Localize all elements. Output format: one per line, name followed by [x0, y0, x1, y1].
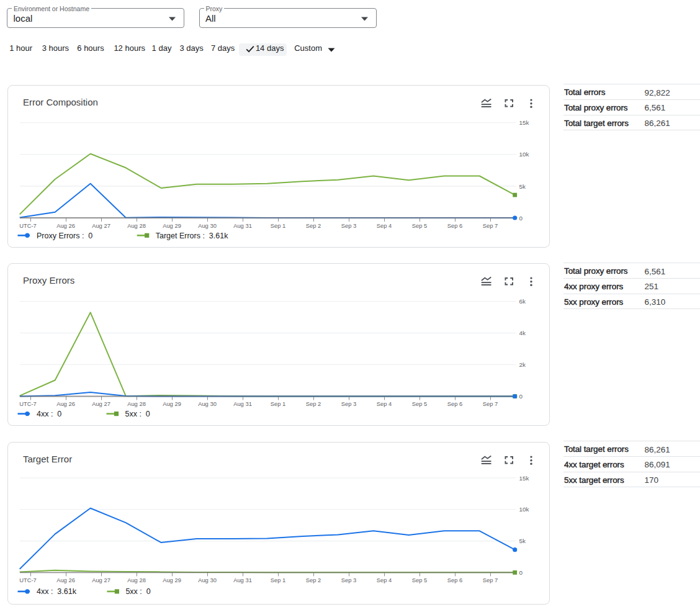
svg-text:5xx : 0: 5xx : 0 — [125, 410, 150, 418]
svg-text:Aug 28: Aug 28 — [127, 577, 146, 583]
svg-text:Sep 1: Sep 1 — [271, 577, 286, 583]
svg-text:2k: 2k — [519, 361, 526, 368]
svg-text:Sep 5: Sep 5 — [412, 577, 428, 583]
svg-text:Sep 6: Sep 6 — [447, 577, 463, 583]
svg-text:4k: 4k — [519, 330, 526, 336]
svg-text:Sep 7: Sep 7 — [483, 577, 498, 583]
svg-text:Sep 6: Sep 6 — [447, 222, 463, 229]
svg-text:Aug 30: Aug 30 — [198, 400, 217, 407]
svg-text:Aug 28: Aug 28 — [127, 400, 146, 407]
svg-text:Sep 4: Sep 4 — [377, 577, 392, 583]
svg-text:Aug 30: Aug 30 — [198, 222, 217, 229]
svg-text:Aug 29: Aug 29 — [163, 577, 181, 583]
svg-text:UTC-7: UTC-7 — [19, 400, 37, 407]
svg-text:0: 0 — [519, 393, 523, 400]
svg-text:Sep 4: Sep 4 — [377, 400, 392, 407]
svg-text:Aug 31: Aug 31 — [233, 400, 252, 407]
svg-text:Aug 29: Aug 29 — [163, 222, 181, 229]
svg-text:Aug 27: Aug 27 — [92, 222, 110, 229]
svg-text:Proxy Errors : 0: Proxy Errors : 0 — [37, 232, 92, 240]
svg-text:Sep 1: Sep 1 — [271, 400, 286, 407]
svg-text:5k: 5k — [519, 538, 526, 544]
svg-text:4xx : 0: 4xx : 0 — [37, 410, 61, 418]
svg-text:Sep 7: Sep 7 — [483, 400, 498, 407]
svg-text:Aug 28: Aug 28 — [127, 222, 146, 229]
svg-text:Aug 26: Aug 26 — [56, 400, 75, 407]
svg-text:Aug 26: Aug 26 — [56, 222, 75, 229]
svg-text:Sep 3: Sep 3 — [341, 577, 357, 583]
svg-text:Aug 31: Aug 31 — [233, 577, 252, 583]
svg-text:Aug 29: Aug 29 — [163, 400, 181, 407]
svg-text:Sep 1: Sep 1 — [271, 222, 286, 229]
svg-text:Sep 2: Sep 2 — [306, 222, 321, 229]
svg-text:Target Errors : 3.61k: Target Errors : 3.61k — [156, 232, 228, 240]
svg-text:Sep 4: Sep 4 — [377, 222, 392, 229]
svg-text:Sep 2: Sep 2 — [306, 577, 321, 583]
svg-text:10k: 10k — [519, 506, 529, 513]
svg-text:Aug 31: Aug 31 — [233, 222, 252, 229]
svg-text:UTC-7: UTC-7 — [19, 577, 37, 583]
svg-text:4xx : 3.61k: 4xx : 3.61k — [37, 587, 77, 596]
svg-text:Aug 27: Aug 27 — [92, 577, 110, 583]
svg-text:UTC-7: UTC-7 — [19, 222, 37, 229]
svg-text:15k: 15k — [519, 475, 529, 482]
svg-text:0: 0 — [519, 215, 523, 222]
svg-text:Sep 2: Sep 2 — [306, 400, 321, 407]
svg-text:0: 0 — [519, 569, 523, 576]
svg-text:Aug 27: Aug 27 — [92, 400, 110, 407]
svg-text:Sep 5: Sep 5 — [412, 400, 428, 407]
svg-text:Sep 5: Sep 5 — [412, 222, 428, 229]
svg-text:Sep 3: Sep 3 — [341, 400, 357, 407]
svg-text:Sep 6: Sep 6 — [447, 400, 463, 407]
svg-text:Sep 7: Sep 7 — [483, 222, 498, 229]
svg-text:Aug 30: Aug 30 — [198, 577, 217, 583]
svg-text:Aug 26: Aug 26 — [56, 577, 75, 583]
svg-text:6k: 6k — [519, 298, 526, 305]
svg-text:5k: 5k — [519, 183, 526, 190]
svg-text:10k: 10k — [519, 151, 529, 158]
svg-text:Sep 3: Sep 3 — [341, 222, 357, 229]
svg-text:5xx : 0: 5xx : 0 — [125, 587, 150, 596]
svg-text:15k: 15k — [519, 119, 529, 126]
